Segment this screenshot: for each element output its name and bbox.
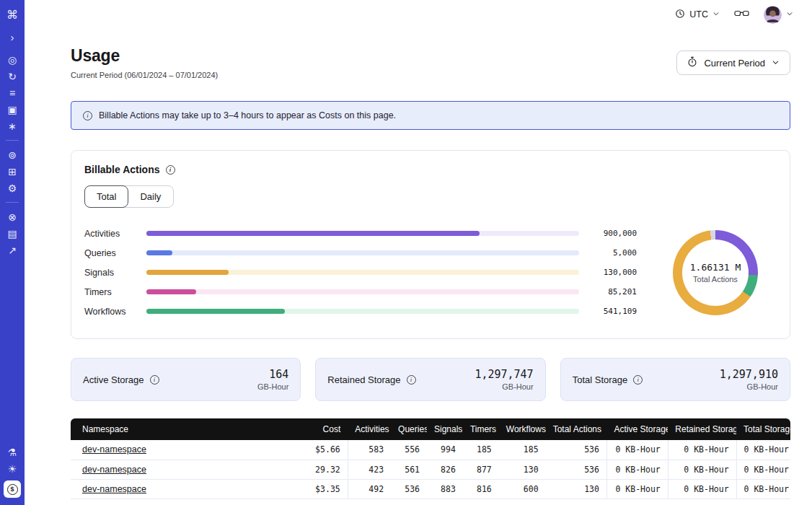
- stat-unit: GB-Hour: [475, 382, 533, 391]
- stat-label: Retained Storage: [327, 374, 415, 385]
- billable-actions-chart: Activities900,000Queries5,000Signals130,…: [84, 224, 777, 321]
- bar-track: [146, 309, 579, 314]
- value-cell: $3.35: [294, 479, 348, 499]
- value-cell: 0 KB-Hour: [606, 460, 668, 479]
- launch-icon[interactable]: ↗: [3, 242, 22, 258]
- value-cell: 583: [348, 440, 391, 460]
- settings-gear-icon[interactable]: ⚙: [3, 180, 22, 196]
- value-cell: 536: [546, 460, 607, 479]
- schedules-icon[interactable]: ↻: [3, 68, 22, 84]
- stat-card-total-storage: Total Storage1,297,910GB-Hour: [560, 358, 790, 401]
- theme-sun-icon[interactable]: ☀: [3, 460, 22, 477]
- billing-icon[interactable]: ⊞: [3, 163, 22, 180]
- deployments-icon[interactable]: ▣: [3, 101, 22, 118]
- account-menu[interactable]: [764, 6, 793, 24]
- info-icon[interactable]: [407, 375, 416, 385]
- value-cell: 0 KB-Hour: [668, 440, 736, 460]
- support-icon[interactable]: ⊗: [3, 208, 22, 225]
- column-header-signals: Signals: [427, 418, 463, 440]
- value-cell: 0 KB-Hour: [736, 479, 790, 499]
- bar-fill: [146, 289, 196, 294]
- bar-fill: [146, 231, 480, 236]
- bar-fill: [146, 250, 172, 255]
- info-banner: Billable Actions may take up to 3–4 hour…: [71, 101, 790, 130]
- namespace-link[interactable]: dev-namespace: [82, 484, 146, 494]
- period-selector-label: Current Period: [704, 58, 765, 69]
- stopwatch-icon: [687, 56, 697, 69]
- value-cell: 185: [499, 440, 546, 460]
- namespace-cell: dev-namespace: [71, 440, 294, 460]
- stat-unit: GB-Hour: [720, 382, 778, 391]
- lab-flask-icon[interactable]: ⚗: [3, 444, 22, 460]
- value-cell: 0 KB-Hour: [668, 479, 736, 499]
- tab-total[interactable]: Total: [84, 185, 128, 208]
- column-header-total-actions: Total Actions: [546, 418, 607, 440]
- total-daily-tabs: TotalDaily: [84, 185, 174, 208]
- expand-sidebar-icon[interactable]: ›: [3, 29, 22, 45]
- namespace-link[interactable]: dev-namespace: [82, 444, 146, 454]
- timezone-selector[interactable]: UTC: [675, 9, 720, 21]
- namespaces-icon[interactable]: ◎: [3, 51, 22, 68]
- namespace-link[interactable]: dev-namespace: [82, 465, 146, 475]
- bar-fill: [146, 270, 229, 275]
- tab-daily[interactable]: Daily: [128, 186, 173, 207]
- layers-icon[interactable]: ≡: [3, 84, 22, 101]
- stat-label-text: Total Storage: [573, 374, 628, 385]
- storage-stat-cards: Active Storage164GB-HourRetained Storage…: [71, 358, 790, 401]
- bar-value: 541,109: [579, 307, 637, 316]
- bar-label: Workflows: [84, 307, 146, 317]
- topbar: UTC: [25, 0, 812, 29]
- usage-dollar-icon[interactable]: $: [4, 480, 21, 498]
- bar-row-activities: Activities900,000: [84, 224, 637, 243]
- column-header-timers: Timers: [463, 418, 499, 440]
- usage-page: Usage Current Period (06/01/2024 – 07/01…: [25, 29, 812, 505]
- bar-label: Queries: [84, 248, 146, 258]
- bar-label: Timers: [84, 287, 146, 297]
- value-cell: 423: [348, 460, 391, 479]
- billable-actions-title: Billable Actions: [84, 164, 777, 175]
- stat-label-text: Retained Storage: [327, 374, 400, 385]
- column-header-cost: Cost: [294, 418, 348, 440]
- namespace-cell: dev-namespace: [71, 460, 294, 479]
- nexus-icon[interactable]: ∗: [3, 118, 22, 134]
- table-row: dev-namespace$5.665835569941851855360 KB…: [71, 440, 790, 460]
- donut-total-label: Total Actions: [693, 275, 738, 284]
- value-cell: 561: [391, 460, 427, 479]
- info-icon: [83, 111, 92, 120]
- chevron-down-icon: [772, 58, 780, 69]
- bar-value: 130,000: [579, 268, 637, 277]
- stat-unit: GB-Hour: [257, 382, 288, 391]
- bar-row-workflows: Workflows541,109: [84, 302, 637, 321]
- page-title-block: Usage Current Period (06/01/2024 – 07/01…: [71, 46, 218, 79]
- namespace-usage-table: NamespaceCostActivitiesQueriesSignalsTim…: [71, 418, 790, 505]
- bar-value: 5,000: [579, 248, 637, 258]
- info-icon[interactable]: [150, 375, 159, 385]
- usage-table: NamespaceCostActivitiesQueriesSignalsTim…: [71, 418, 790, 499]
- sidebar-divider: [6, 140, 19, 141]
- value-cell: 826: [427, 460, 463, 479]
- bar-track: [146, 231, 579, 236]
- bar-row-timers: Timers85,201: [84, 282, 637, 302]
- value-cell: $5.66: [294, 440, 348, 460]
- table-container: NamespaceCostActivitiesQueriesSignalsTim…: [71, 418, 790, 499]
- value-cell: 492: [348, 479, 391, 499]
- total-actions-donut: 1.66131 M Total Actions: [673, 230, 758, 315]
- table-row: dev-namespace29.324235618268771305360 KB…: [71, 460, 790, 479]
- info-icon[interactable]: [166, 165, 175, 175]
- period-selector-button[interactable]: Current Period: [676, 50, 790, 75]
- stat-label: Total Storage: [573, 374, 643, 385]
- docs-icon[interactable]: ▤: [3, 225, 22, 242]
- clock-icon: [675, 9, 685, 21]
- info-icon[interactable]: [633, 375, 643, 385]
- glasses-button[interactable]: [734, 9, 749, 20]
- bar-fill: [146, 309, 285, 314]
- stat-card-active-storage: Active Storage164GB-Hour: [71, 358, 301, 401]
- column-header-total-storage: Total Storage: [736, 418, 790, 440]
- value-cell: 536: [546, 440, 607, 460]
- page-title: Usage: [71, 46, 218, 66]
- donut-total-value: 1.66131 M: [690, 262, 741, 273]
- temporal-logo-icon[interactable]: ⌘: [3, 6, 22, 23]
- bar-label: Signals: [84, 268, 146, 278]
- stat-value-block: 1,297,747GB-Hour: [475, 368, 533, 391]
- globe-icon[interactable]: ⊚: [3, 146, 22, 163]
